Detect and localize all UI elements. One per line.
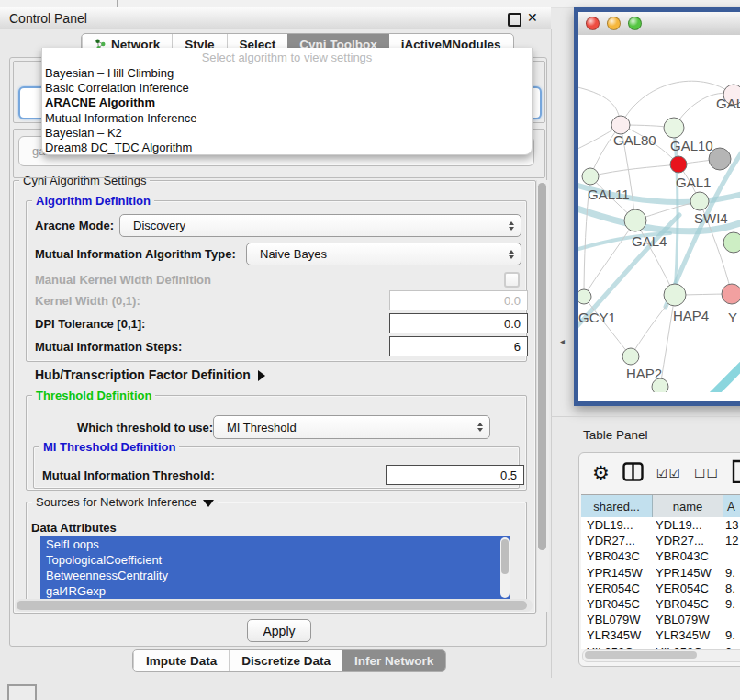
cell-shared-name: YDR27... xyxy=(581,534,652,548)
dropdown-item[interactable]: Bayesian – Hill Climbing xyxy=(42,66,532,81)
dropdown-item[interactable]: Bayesian – K2 xyxy=(42,126,532,141)
attribute-item[interactable]: SelfLoops xyxy=(40,536,510,552)
cyni-mode-tabs: Impute Data Discretize Data Infer Networ… xyxy=(132,649,446,672)
table-horizontal-scrollbar-thumb[interactable] xyxy=(585,651,697,659)
network-node-GAL80[interactable] xyxy=(611,116,630,134)
network-canvas[interactable]: GALGAL80GAL10GAL1GAL11SWI4GAL4GCY1HAP4YH… xyxy=(578,35,740,392)
expand-right-icon xyxy=(258,370,265,381)
cell-shared-name: YBR043C xyxy=(581,549,652,563)
table-row[interactable]: YBR043C YBR043C xyxy=(581,548,740,564)
column-header-shared[interactable]: shared... xyxy=(581,495,653,517)
network-node-SWI4[interactable] xyxy=(690,192,709,210)
splitter-collapse-icon[interactable]: ◂ xyxy=(560,336,565,346)
mi-threshold-field[interactable]: 0.5 xyxy=(386,465,524,485)
table-row[interactable]: YDR27... YDR27... 12 xyxy=(581,533,740,548)
attribute-item[interactable]: TopologicalCoefficient xyxy=(40,552,510,568)
network-node-right-green[interactable] xyxy=(723,232,740,253)
dropdown-item[interactable]: Mutual Information Inference xyxy=(42,111,532,126)
float-window-icon[interactable] xyxy=(508,13,521,27)
tab[interactable]: Impute Data xyxy=(133,650,229,671)
network-node-label: GCY1 xyxy=(578,310,616,325)
attribute-item[interactable]: BetweennessCentrality xyxy=(40,568,510,583)
sources-title: Sources for Network Inference xyxy=(32,495,218,509)
network-node-label: GAL80 xyxy=(613,132,656,148)
cell-name: YPR145W xyxy=(652,566,722,580)
table-horizontal-scrollbar[interactable] xyxy=(582,649,740,662)
network-node-GCY1[interactable] xyxy=(578,289,591,304)
network-node-red-node[interactable] xyxy=(670,156,687,173)
kernel-width-field[interactable]: 0.0 xyxy=(389,290,528,310)
apply-button[interactable]: Apply xyxy=(247,619,311,642)
which-threshold-label: Which threshold to use: xyxy=(77,421,213,435)
table-row[interactable]: YDL19... YDL19... 13 xyxy=(581,517,740,533)
tab-label: Infer Network xyxy=(354,654,433,668)
settings-horizontal-scrollbar-thumb[interactable] xyxy=(17,601,527,610)
network-node-HAP4[interactable] xyxy=(664,284,686,306)
close-icon[interactable]: ✕ xyxy=(527,10,538,25)
network-view-window: GALGAL80GAL10GAL1GAL11SWI4GAL4GCY1HAP4YH… xyxy=(574,7,740,406)
cell-name: YBL079W xyxy=(652,613,722,627)
network-node-HAP2[interactable] xyxy=(622,348,639,365)
hub-definition-expander[interactable]: Hub/Transcription Factor Definition xyxy=(35,367,265,382)
network-edge xyxy=(707,362,740,392)
algorithm-definition-title: Algorithm Definition xyxy=(32,194,154,208)
aracne-mode-combo[interactable]: Discovery xyxy=(119,214,521,237)
tab[interactable]: Infer Network xyxy=(342,650,445,671)
cell-shared-name: YDL19... xyxy=(581,518,652,532)
dropdown-item[interactable]: ARACNE Algorithm xyxy=(42,96,532,110)
network-node-label: GAL1 xyxy=(676,175,711,190)
mi-steps-label: Mutual Information Steps: xyxy=(35,340,182,354)
gear-icon[interactable]: ⚙ xyxy=(592,462,610,484)
attribute-item[interactable]: gal4RGexp xyxy=(40,583,510,599)
cell-value: 12 xyxy=(722,534,740,548)
which-threshold-combo[interactable]: MI Threshold xyxy=(213,415,490,439)
data-attributes-label: Data Attributes xyxy=(31,521,117,535)
tab[interactable]: Discretize Data xyxy=(229,650,342,671)
network-edge xyxy=(590,164,678,176)
dropdown-item[interactable]: Dream8 DC_TDC Algorithm xyxy=(42,141,532,155)
table-window: ⚙ ☑☑ ☐☐ shared... name A YDL19... YDL19.… xyxy=(578,452,740,667)
cell-shared-name: YLR345W xyxy=(581,628,652,642)
column-header-name[interactable]: name xyxy=(653,495,723,517)
select-all-checks-icon[interactable]: ☑☑ xyxy=(656,466,681,480)
control-panel-title: Control Panel xyxy=(9,11,87,26)
deselect-all-checks-icon[interactable]: ☐☐ xyxy=(694,466,719,480)
network-node-label: SWI4 xyxy=(694,210,728,226)
dropdown-list: Bayesian – Hill ClimbingBasic Correlatio… xyxy=(42,66,532,155)
network-window-titlebar[interactable] xyxy=(578,12,740,36)
document-icon[interactable] xyxy=(732,459,740,487)
panel-grip-box[interactable] xyxy=(7,684,37,700)
table-row[interactable]: YBL079W YBL079W xyxy=(581,612,740,627)
settings-vertical-scrollbar-thumb[interactable] xyxy=(538,183,546,550)
table-body: YDL19... YDL19... 13 YDR27... YDR27... 1… xyxy=(581,517,740,649)
network-node-GAL11[interactable] xyxy=(582,168,599,185)
network-node-salmon-node[interactable] xyxy=(722,284,740,304)
columns-icon[interactable] xyxy=(622,462,644,485)
cell-name: YLR345W xyxy=(652,628,722,642)
manual-kernel-checkbox[interactable] xyxy=(504,272,520,288)
column-header-clipped[interactable]: A xyxy=(723,495,740,517)
mi-steps-field[interactable]: 6 xyxy=(389,336,528,356)
table-row[interactable]: YPR145W YPR145W 9. xyxy=(581,565,740,581)
aracne-mode-value: Discovery xyxy=(133,219,185,232)
table-row[interactable]: YLR345W YLR345W 9. xyxy=(581,627,740,643)
network-node-GAL10[interactable] xyxy=(664,118,684,138)
network-node-label: Y xyxy=(728,310,737,325)
table-row[interactable]: YBR045C YBR045C 9. xyxy=(581,596,740,612)
close-traffic-light-icon[interactable] xyxy=(586,17,600,30)
tab-label: Impute Data xyxy=(146,654,217,668)
manual-kernel-label: Manual Kernel Width Definition xyxy=(35,273,211,287)
top-strip-divider xyxy=(117,0,118,7)
mi-type-combo[interactable]: Naive Bayes xyxy=(246,243,521,265)
dropdown-item[interactable]: Basic Correlation Inference xyxy=(42,81,532,96)
dpi-tolerance-field[interactable]: 0.0 xyxy=(389,313,528,333)
cell-name: YBR045C xyxy=(652,597,722,611)
table-row[interactable]: YER054C YER054C 8. xyxy=(581,581,740,596)
network-node-label: GAL4 xyxy=(632,233,667,249)
dropdown-prompt: Select algorithm to view settings xyxy=(42,48,532,66)
zoom-traffic-light-icon[interactable] xyxy=(628,17,642,30)
minimize-traffic-light-icon[interactable] xyxy=(607,17,621,30)
attributes-scrollbar-thumb[interactable] xyxy=(501,539,509,574)
table-panel-title: Table Panel xyxy=(583,428,648,442)
network-node-GAL4[interactable] xyxy=(624,209,646,231)
